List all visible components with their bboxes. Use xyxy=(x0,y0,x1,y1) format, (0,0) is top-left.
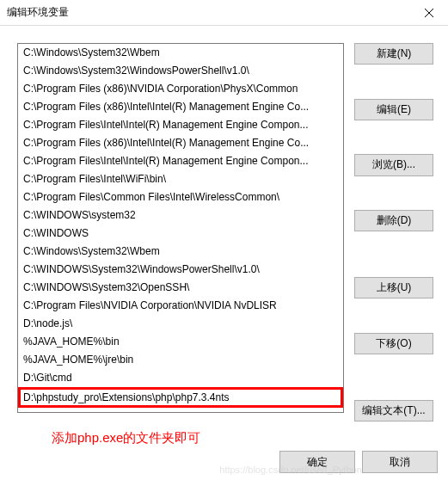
ok-button[interactable]: 确定 xyxy=(279,451,355,473)
list-item[interactable]: C:\Program Files\NVIDIA Corporation\NVID… xyxy=(18,297,343,315)
close-icon xyxy=(425,9,433,17)
browse-button[interactable]: 浏览(B)... xyxy=(354,154,433,175)
edit-text-button[interactable]: 编辑文本(T)... xyxy=(354,400,433,422)
edit-button[interactable]: 编辑(E) xyxy=(354,99,433,120)
list-item[interactable]: C:\Program Files (x86)\Intel\Intel(R) Ma… xyxy=(18,98,343,116)
list-item[interactable]: C:\Windows\System32\WindowsPowerShell\v1… xyxy=(18,62,343,80)
cancel-button[interactable]: 取消 xyxy=(362,451,438,473)
title-bar: 编辑环境变量 xyxy=(0,0,448,26)
list-item[interactable]: C:\WINDOWS\System32\WindowsPowerShell\v1… xyxy=(18,261,343,279)
list-item[interactable]: D:\phpstudy_pro\Extensions\php\php7.3.4n… xyxy=(18,387,343,408)
path-list[interactable]: C:\Windows\System32\WbemC:\Windows\Syste… xyxy=(17,43,344,413)
list-item[interactable]: C:\Windows\System32\Wbem xyxy=(18,44,343,62)
new-button[interactable]: 新建(N) xyxy=(354,43,433,65)
list-item[interactable]: C:\Windows\System32\Wbem xyxy=(18,243,343,261)
list-item[interactable]: C:\WINDOWS\system32 xyxy=(18,206,343,225)
list-item[interactable]: %JAVA_HOME%\bin xyxy=(18,333,343,351)
annotation-text: 添加php.exe的文件夹即可 xyxy=(52,430,200,446)
move-up-button[interactable]: 上移(U) xyxy=(354,277,433,298)
list-item[interactable]: D:\node.js\ xyxy=(18,315,343,333)
close-button[interactable] xyxy=(409,0,448,26)
dialog-footer: 确定 取消 xyxy=(279,451,438,473)
list-item[interactable]: C:\Program Files (x86)\Intel\Intel(R) Ma… xyxy=(18,134,343,152)
list-item[interactable]: C:\Program Files\Intel\Intel(R) Manageme… xyxy=(18,116,343,134)
list-item[interactable]: C:\Program Files (x86)\NVIDIA Corporatio… xyxy=(18,80,343,98)
list-item[interactable]: %JAVA_HOME%\jre\bin xyxy=(18,351,343,369)
list-item[interactable]: C:\Program Files\Intel\Intel(R) Manageme… xyxy=(18,152,343,170)
list-item[interactable]: D:\Git\cmd xyxy=(18,369,343,387)
move-down-button[interactable]: 下移(O) xyxy=(354,333,433,354)
dialog-title: 编辑环境变量 xyxy=(7,5,69,20)
delete-button[interactable]: 删除(D) xyxy=(354,210,433,231)
button-column: 新建(N) 编辑(E) 浏览(B)... 删除(D) 上移(U) 下移(O) 编… xyxy=(344,43,444,422)
list-item[interactable]: C:\WINDOWS\System32\OpenSSH\ xyxy=(18,279,343,297)
list-item[interactable]: C:\Program Files\Common Files\Intel\Wire… xyxy=(18,188,343,206)
list-item[interactable]: C:\Program Files\Intel\WiFi\bin\ xyxy=(18,170,343,188)
list-item[interactable]: C:\WINDOWS xyxy=(18,225,343,243)
main-content: C:\Windows\System32\WbemC:\Windows\Syste… xyxy=(0,26,448,422)
